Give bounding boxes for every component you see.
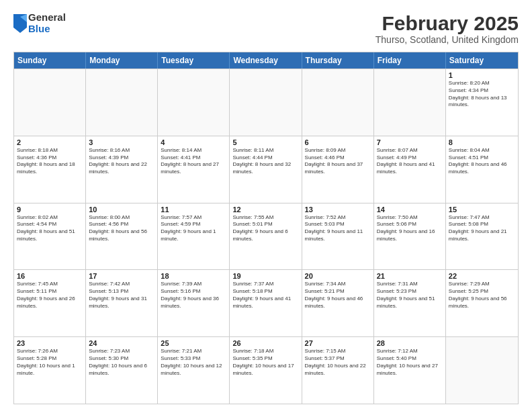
cal-cell	[230, 69, 302, 136]
cell-info: Sunrise: 7:21 AM Sunset: 5:33 PM Dayligh…	[161, 348, 226, 377]
cal-cell: 9Sunrise: 8:02 AM Sunset: 4:54 PM Daylig…	[14, 203, 86, 270]
cal-cell: 10Sunrise: 8:00 AM Sunset: 4:56 PM Dayli…	[86, 203, 158, 270]
day-number: 27	[305, 339, 371, 347]
day-number: 28	[377, 339, 443, 347]
day-number: 11	[161, 205, 226, 214]
title-area: February 2025 Thurso, Scotland, United K…	[375, 12, 519, 45]
cell-info: Sunrise: 8:09 AM Sunset: 4:46 PM Dayligh…	[305, 147, 371, 176]
cell-info: Sunrise: 7:29 AM Sunset: 5:25 PM Dayligh…	[449, 281, 515, 310]
cal-cell: 11Sunrise: 7:57 AM Sunset: 4:59 PM Dayli…	[158, 203, 230, 270]
cal-cell: 21Sunrise: 7:31 AM Sunset: 5:23 PM Dayli…	[374, 270, 446, 336]
day-number: 23	[17, 339, 83, 347]
cell-info: Sunrise: 7:31 AM Sunset: 5:23 PM Dayligh…	[377, 281, 443, 310]
cell-info: Sunrise: 7:26 AM Sunset: 5:28 PM Dayligh…	[17, 348, 83, 377]
cal-cell: 25Sunrise: 7:21 AM Sunset: 5:33 PM Dayli…	[158, 337, 230, 404]
day-number: 10	[89, 205, 154, 214]
day-number: 15	[449, 205, 515, 214]
day-number: 22	[449, 272, 515, 280]
calendar-body: 1Sunrise: 8:20 AM Sunset: 4:34 PM Daylig…	[14, 68, 518, 404]
cal-cell: 23Sunrise: 7:26 AM Sunset: 5:28 PM Dayli…	[14, 337, 86, 404]
cal-header-saturday: Saturday	[446, 52, 518, 68]
cell-info: Sunrise: 8:20 AM Sunset: 4:34 PM Dayligh…	[449, 80, 515, 109]
cell-info: Sunrise: 7:15 AM Sunset: 5:37 PM Dayligh…	[305, 348, 371, 377]
cal-cell: 12Sunrise: 7:55 AM Sunset: 5:01 PM Dayli…	[230, 203, 302, 270]
day-number: 8	[449, 138, 515, 146]
calendar: SundayMondayTuesdayWednesdayThursdayFrid…	[13, 52, 519, 404]
day-number: 14	[377, 205, 443, 214]
day-number: 20	[305, 272, 371, 280]
calendar-title: February 2025	[375, 12, 519, 34]
page: General Blue February 2025 Thurso, Scotl…	[0, 0, 532, 411]
cal-cell	[302, 69, 374, 136]
header-area: General Blue February 2025 Thurso, Scotl…	[13, 12, 519, 45]
cell-info: Sunrise: 8:02 AM Sunset: 4:54 PM Dayligh…	[17, 214, 83, 243]
cell-info: Sunrise: 7:50 AM Sunset: 5:06 PM Dayligh…	[377, 214, 443, 243]
cal-header-wednesday: Wednesday	[230, 52, 302, 68]
logo-text: General Blue	[28, 12, 66, 34]
cell-info: Sunrise: 7:23 AM Sunset: 5:30 PM Dayligh…	[89, 348, 154, 377]
logo-blue-label: Blue	[28, 24, 66, 35]
cal-cell: 27Sunrise: 7:15 AM Sunset: 5:37 PM Dayli…	[302, 337, 374, 404]
cell-info: Sunrise: 7:52 AM Sunset: 5:03 PM Dayligh…	[305, 214, 371, 243]
cell-info: Sunrise: 8:18 AM Sunset: 4:36 PM Dayligh…	[17, 147, 83, 176]
day-number: 1	[449, 71, 515, 79]
cal-cell	[14, 69, 86, 136]
cal-cell: 24Sunrise: 7:23 AM Sunset: 5:30 PM Dayli…	[86, 337, 158, 404]
cal-header-thursday: Thursday	[302, 52, 374, 68]
cell-info: Sunrise: 7:55 AM Sunset: 5:01 PM Dayligh…	[232, 214, 298, 243]
day-number: 6	[305, 138, 371, 146]
day-number: 5	[232, 138, 298, 146]
cal-cell	[86, 69, 158, 136]
day-number: 16	[17, 272, 83, 280]
cal-week-4: 16Sunrise: 7:45 AM Sunset: 5:11 PM Dayli…	[14, 269, 518, 336]
day-number: 3	[89, 138, 154, 146]
cell-info: Sunrise: 7:12 AM Sunset: 5:40 PM Dayligh…	[377, 348, 443, 377]
cell-info: Sunrise: 7:45 AM Sunset: 5:11 PM Dayligh…	[17, 281, 83, 310]
cal-cell: 28Sunrise: 7:12 AM Sunset: 5:40 PM Dayli…	[374, 337, 446, 404]
day-number: 9	[17, 205, 83, 214]
cal-header-friday: Friday	[374, 52, 446, 68]
cal-cell: 20Sunrise: 7:34 AM Sunset: 5:21 PM Dayli…	[302, 270, 374, 336]
calendar-header-row: SundayMondayTuesdayWednesdayThursdayFrid…	[14, 52, 518, 68]
cell-info: Sunrise: 7:34 AM Sunset: 5:21 PM Dayligh…	[305, 281, 371, 310]
day-number: 26	[232, 339, 298, 347]
cell-info: Sunrise: 8:16 AM Sunset: 4:39 PM Dayligh…	[89, 147, 154, 176]
day-number: 13	[305, 205, 371, 214]
day-number: 17	[89, 272, 154, 280]
cal-cell: 22Sunrise: 7:29 AM Sunset: 5:25 PM Dayli…	[446, 270, 518, 336]
cal-cell: 5Sunrise: 8:11 AM Sunset: 4:44 PM Daylig…	[230, 136, 302, 203]
cell-info: Sunrise: 7:18 AM Sunset: 5:35 PM Dayligh…	[232, 348, 298, 377]
cell-info: Sunrise: 8:04 AM Sunset: 4:51 PM Dayligh…	[449, 147, 515, 176]
cell-info: Sunrise: 8:00 AM Sunset: 4:56 PM Dayligh…	[89, 214, 154, 243]
cal-cell: 14Sunrise: 7:50 AM Sunset: 5:06 PM Dayli…	[374, 203, 446, 270]
cal-cell: 4Sunrise: 8:14 AM Sunset: 4:41 PM Daylig…	[158, 136, 230, 203]
cal-cell: 18Sunrise: 7:39 AM Sunset: 5:16 PM Dayli…	[158, 270, 230, 336]
cal-week-2: 2Sunrise: 8:18 AM Sunset: 4:36 PM Daylig…	[14, 136, 518, 203]
cal-cell: 16Sunrise: 7:45 AM Sunset: 5:11 PM Dayli…	[14, 270, 86, 336]
cal-week-1: 1Sunrise: 8:20 AM Sunset: 4:34 PM Daylig…	[14, 68, 518, 136]
day-number: 4	[161, 138, 226, 146]
cal-cell: 8Sunrise: 8:04 AM Sunset: 4:51 PM Daylig…	[446, 136, 518, 203]
cell-info: Sunrise: 7:37 AM Sunset: 5:18 PM Dayligh…	[232, 281, 298, 310]
cal-cell	[158, 69, 230, 136]
day-number: 2	[17, 138, 83, 146]
cal-cell: 1Sunrise: 8:20 AM Sunset: 4:34 PM Daylig…	[446, 69, 518, 136]
cal-cell: 17Sunrise: 7:42 AM Sunset: 5:13 PM Dayli…	[86, 270, 158, 336]
day-number: 19	[232, 272, 298, 280]
day-number: 18	[161, 272, 226, 280]
cell-info: Sunrise: 8:14 AM Sunset: 4:41 PM Dayligh…	[161, 147, 226, 176]
cal-cell: 19Sunrise: 7:37 AM Sunset: 5:18 PM Dayli…	[230, 270, 302, 336]
day-number: 21	[377, 272, 443, 280]
cal-cell: 26Sunrise: 7:18 AM Sunset: 5:35 PM Dayli…	[230, 337, 302, 404]
logo-general-label: General	[28, 12, 66, 24]
cal-cell: 2Sunrise: 8:18 AM Sunset: 4:36 PM Daylig…	[14, 136, 86, 203]
day-number: 12	[232, 205, 298, 214]
cal-cell	[446, 337, 518, 404]
cal-cell: 3Sunrise: 8:16 AM Sunset: 4:39 PM Daylig…	[86, 136, 158, 203]
cal-cell: 6Sunrise: 8:09 AM Sunset: 4:46 PM Daylig…	[302, 136, 374, 203]
cell-info: Sunrise: 7:39 AM Sunset: 5:16 PM Dayligh…	[161, 281, 226, 310]
cal-week-3: 9Sunrise: 8:02 AM Sunset: 4:54 PM Daylig…	[14, 203, 518, 270]
cal-header-sunday: Sunday	[14, 52, 86, 68]
cell-info: Sunrise: 7:47 AM Sunset: 5:08 PM Dayligh…	[449, 214, 515, 243]
calendar-subtitle: Thurso, Scotland, United Kingdom	[375, 34, 519, 45]
